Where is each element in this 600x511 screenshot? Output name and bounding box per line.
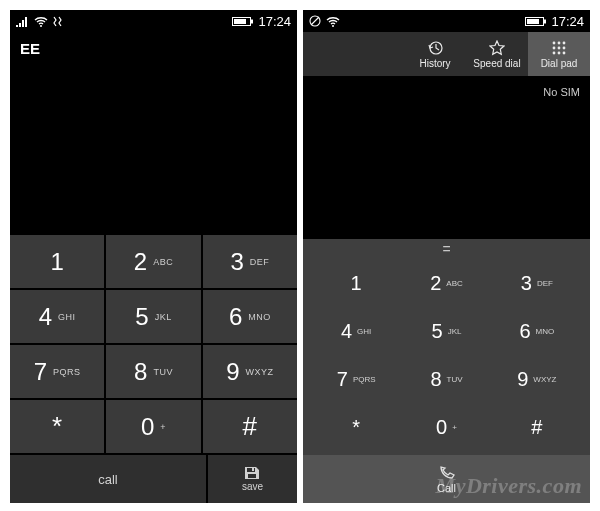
key-pound[interactable]: #	[203, 400, 297, 453]
key-3[interactable]: 3DEF	[492, 259, 582, 307]
key-digit: #	[243, 411, 257, 442]
star-icon	[489, 40, 505, 56]
key-letters: ABC	[153, 257, 173, 267]
key-digit: 6	[229, 303, 242, 331]
save-label: save	[242, 481, 263, 492]
status-bar: 17:24	[10, 10, 297, 32]
status-bar: 17:24	[303, 10, 590, 32]
key-digit: 7	[337, 368, 348, 391]
key-letters: GHI	[357, 327, 371, 336]
key-digit: 9	[226, 358, 239, 386]
phone-right: 17:24 History Speed dial Dial pad No SIM…	[303, 10, 590, 503]
key-3[interactable]: 3DEF	[203, 235, 297, 288]
empty-display	[303, 102, 590, 239]
key-0[interactable]: 0+	[401, 403, 491, 451]
key-4[interactable]: 4GHI	[10, 290, 104, 343]
svg-rect-3	[234, 19, 246, 24]
key-digit: 1	[351, 272, 362, 295]
no-sim-label: No SIM	[303, 76, 590, 102]
key-digit: 4	[39, 303, 52, 331]
key-9[interactable]: 9WXYZ	[203, 345, 297, 398]
key-letters: +	[452, 423, 457, 432]
key-digit: 7	[34, 358, 47, 386]
key-star[interactable]: *	[10, 400, 104, 453]
svg-point-13	[558, 41, 561, 44]
key-digit: 9	[517, 368, 528, 391]
svg-rect-10	[527, 19, 539, 24]
svg-point-19	[558, 51, 561, 54]
phone-left: 17:24 EE 12ABC3DEF4GHI5JKL6MNO7PQRS8TUV9…	[10, 10, 297, 503]
key-2[interactable]: 2ABC	[401, 259, 491, 307]
svg-rect-4	[248, 474, 256, 478]
signal-icon	[16, 16, 30, 27]
key-8[interactable]: 8TUV	[106, 345, 200, 398]
key-pound[interactable]: #	[492, 403, 582, 451]
key-digit: 1	[50, 248, 63, 276]
battery-icon	[232, 16, 254, 27]
key-letters: GHI	[58, 312, 76, 322]
phone-icon	[438, 465, 456, 481]
key-6[interactable]: 6MNO	[203, 290, 297, 343]
call-button[interactable]: call	[10, 455, 206, 503]
key-digit: 0	[436, 416, 447, 439]
key-7[interactable]: 7PQRS	[311, 355, 401, 403]
key-5[interactable]: 5JKL	[401, 307, 491, 355]
wifi-icon	[34, 16, 48, 27]
svg-rect-2	[251, 19, 253, 23]
key-letters: TUV	[447, 375, 463, 384]
status-time: 17:24	[551, 14, 584, 29]
key-8[interactable]: 8TUV	[401, 355, 491, 403]
key-1[interactable]: 1	[10, 235, 104, 288]
svg-rect-9	[544, 19, 546, 23]
key-letters: DEF	[250, 257, 270, 267]
key-star[interactable]: *	[311, 403, 401, 451]
key-2[interactable]: 2ABC	[106, 235, 200, 288]
key-9[interactable]: 9WXYZ	[492, 355, 582, 403]
svg-point-18	[553, 51, 556, 54]
key-digit: 6	[519, 320, 530, 343]
key-6[interactable]: 6MNO	[492, 307, 582, 355]
key-digit: 8	[430, 368, 441, 391]
dialpad-icon	[551, 40, 567, 56]
key-0[interactable]: 0+	[106, 400, 200, 453]
key-letters: MNO	[536, 327, 555, 336]
key-letters: JKL	[155, 312, 172, 322]
key-digit: 5	[135, 303, 148, 331]
svg-point-12	[553, 41, 556, 44]
key-digit: *	[52, 411, 62, 442]
key-letters: ABC	[446, 279, 462, 288]
no-signal-icon	[309, 15, 322, 27]
key-letters: PQRS	[353, 375, 376, 384]
key-letters: WXYZ	[533, 375, 556, 384]
tab-speed-dial[interactable]: Speed dial	[466, 32, 528, 76]
wifi-icon	[326, 16, 340, 27]
key-7[interactable]: 7PQRS	[10, 345, 104, 398]
key-letters: WXYZ	[246, 367, 274, 377]
tab-dial-pad[interactable]: Dial pad	[528, 32, 590, 76]
keypad: 12ABC3DEF4GHI5JKL6MNO7PQRS8TUV9WXYZ*0+#	[10, 234, 297, 453]
vibrate-icon	[52, 16, 64, 27]
svg-line-6	[311, 17, 319, 25]
key-digit: 2	[134, 248, 147, 276]
key-4[interactable]: 4GHI	[311, 307, 401, 355]
svg-point-14	[563, 41, 566, 44]
key-letters: +	[160, 422, 166, 432]
svg-point-7	[332, 25, 334, 27]
key-1[interactable]: 1	[311, 259, 401, 307]
tab-label: History	[419, 58, 450, 69]
svg-point-20	[563, 51, 566, 54]
save-button[interactable]: save	[208, 455, 297, 503]
tab-label: Speed dial	[473, 58, 520, 69]
key-digit: 5	[432, 320, 443, 343]
svg-point-0	[40, 25, 42, 27]
key-digit: 3	[230, 248, 243, 276]
carrier-label: EE	[10, 32, 297, 64]
save-icon	[244, 466, 260, 480]
top-tabs: History Speed dial Dial pad	[303, 32, 590, 76]
call-label: Call	[437, 482, 456, 494]
tab-history[interactable]: History	[404, 32, 466, 76]
svg-point-17	[563, 46, 566, 49]
key-5[interactable]: 5JKL	[106, 290, 200, 343]
key-digit: 8	[134, 358, 147, 386]
call-button[interactable]: Call	[303, 455, 590, 503]
